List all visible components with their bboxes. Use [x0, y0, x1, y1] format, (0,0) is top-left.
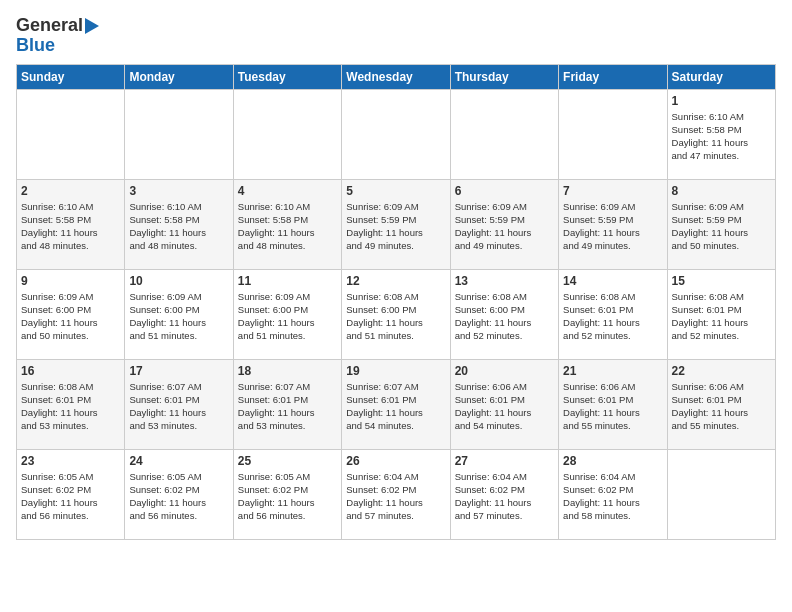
day-info: Sunrise: 6:08 AM Sunset: 6:00 PM Dayligh…: [346, 290, 445, 343]
day-info: Sunrise: 6:09 AM Sunset: 6:00 PM Dayligh…: [129, 290, 228, 343]
day-number: 15: [672, 274, 771, 288]
day-number: 28: [563, 454, 662, 468]
day-info: Sunrise: 6:09 AM Sunset: 6:00 PM Dayligh…: [238, 290, 337, 343]
calendar-week-4: 23Sunrise: 6:05 AM Sunset: 6:02 PM Dayli…: [17, 449, 776, 539]
calendar-day-10: 10Sunrise: 6:09 AM Sunset: 6:00 PM Dayli…: [125, 269, 233, 359]
calendar-day-24: 24Sunrise: 6:05 AM Sunset: 6:02 PM Dayli…: [125, 449, 233, 539]
calendar-week-1: 2Sunrise: 6:10 AM Sunset: 5:58 PM Daylig…: [17, 179, 776, 269]
day-number: 16: [21, 364, 120, 378]
calendar-day-2: 2Sunrise: 6:10 AM Sunset: 5:58 PM Daylig…: [17, 179, 125, 269]
day-info: Sunrise: 6:09 AM Sunset: 5:59 PM Dayligh…: [455, 200, 554, 253]
calendar-week-3: 16Sunrise: 6:08 AM Sunset: 6:01 PM Dayli…: [17, 359, 776, 449]
calendar-day-16: 16Sunrise: 6:08 AM Sunset: 6:01 PM Dayli…: [17, 359, 125, 449]
day-number: 11: [238, 274, 337, 288]
day-number: 25: [238, 454, 337, 468]
weekday-header-saturday: Saturday: [667, 64, 775, 89]
day-number: 27: [455, 454, 554, 468]
day-number: 6: [455, 184, 554, 198]
calendar-day-1: 1Sunrise: 6:10 AM Sunset: 5:58 PM Daylig…: [667, 89, 775, 179]
logo-general: General: [16, 16, 83, 36]
calendar-day-20: 20Sunrise: 6:06 AM Sunset: 6:01 PM Dayli…: [450, 359, 558, 449]
day-info: Sunrise: 6:07 AM Sunset: 6:01 PM Dayligh…: [129, 380, 228, 433]
calendar-day-4: 4Sunrise: 6:10 AM Sunset: 5:58 PM Daylig…: [233, 179, 341, 269]
day-info: Sunrise: 6:06 AM Sunset: 6:01 PM Dayligh…: [455, 380, 554, 433]
calendar-day-13: 13Sunrise: 6:08 AM Sunset: 6:00 PM Dayli…: [450, 269, 558, 359]
calendar-day-5: 5Sunrise: 6:09 AM Sunset: 5:59 PM Daylig…: [342, 179, 450, 269]
calendar-day-9: 9Sunrise: 6:09 AM Sunset: 6:00 PM Daylig…: [17, 269, 125, 359]
day-info: Sunrise: 6:10 AM Sunset: 5:58 PM Dayligh…: [21, 200, 120, 253]
weekday-header-friday: Friday: [559, 64, 667, 89]
day-info: Sunrise: 6:08 AM Sunset: 6:01 PM Dayligh…: [21, 380, 120, 433]
logo-blue: Blue: [16, 36, 55, 56]
day-info: Sunrise: 6:08 AM Sunset: 6:01 PM Dayligh…: [563, 290, 662, 343]
day-number: 18: [238, 364, 337, 378]
day-number: 14: [563, 274, 662, 288]
day-number: 1: [672, 94, 771, 108]
day-info: Sunrise: 6:04 AM Sunset: 6:02 PM Dayligh…: [346, 470, 445, 523]
calendar-day-12: 12Sunrise: 6:08 AM Sunset: 6:00 PM Dayli…: [342, 269, 450, 359]
day-info: Sunrise: 6:08 AM Sunset: 6:01 PM Dayligh…: [672, 290, 771, 343]
day-info: Sunrise: 6:04 AM Sunset: 6:02 PM Dayligh…: [455, 470, 554, 523]
day-info: Sunrise: 6:05 AM Sunset: 6:02 PM Dayligh…: [238, 470, 337, 523]
day-number: 22: [672, 364, 771, 378]
calendar-empty: [667, 449, 775, 539]
day-info: Sunrise: 6:06 AM Sunset: 6:01 PM Dayligh…: [672, 380, 771, 433]
day-info: Sunrise: 6:09 AM Sunset: 5:59 PM Dayligh…: [672, 200, 771, 253]
logo: General Blue: [16, 16, 99, 56]
day-info: Sunrise: 6:05 AM Sunset: 6:02 PM Dayligh…: [129, 470, 228, 523]
day-number: 26: [346, 454, 445, 468]
weekday-row: SundayMondayTuesdayWednesdayThursdayFrid…: [17, 64, 776, 89]
day-number: 17: [129, 364, 228, 378]
calendar-day-22: 22Sunrise: 6:06 AM Sunset: 6:01 PM Dayli…: [667, 359, 775, 449]
day-info: Sunrise: 6:09 AM Sunset: 6:00 PM Dayligh…: [21, 290, 120, 343]
day-number: 24: [129, 454, 228, 468]
calendar-table: SundayMondayTuesdayWednesdayThursdayFrid…: [16, 64, 776, 540]
day-number: 5: [346, 184, 445, 198]
calendar-day-26: 26Sunrise: 6:04 AM Sunset: 6:02 PM Dayli…: [342, 449, 450, 539]
calendar-week-0: 1Sunrise: 6:10 AM Sunset: 5:58 PM Daylig…: [17, 89, 776, 179]
day-info: Sunrise: 6:10 AM Sunset: 5:58 PM Dayligh…: [238, 200, 337, 253]
day-number: 7: [563, 184, 662, 198]
calendar-day-3: 3Sunrise: 6:10 AM Sunset: 5:58 PM Daylig…: [125, 179, 233, 269]
day-number: 2: [21, 184, 120, 198]
day-number: 10: [129, 274, 228, 288]
calendar-header: SundayMondayTuesdayWednesdayThursdayFrid…: [17, 64, 776, 89]
calendar-day-23: 23Sunrise: 6:05 AM Sunset: 6:02 PM Dayli…: [17, 449, 125, 539]
calendar-day-28: 28Sunrise: 6:04 AM Sunset: 6:02 PM Dayli…: [559, 449, 667, 539]
calendar-day-19: 19Sunrise: 6:07 AM Sunset: 6:01 PM Dayli…: [342, 359, 450, 449]
day-info: Sunrise: 6:09 AM Sunset: 5:59 PM Dayligh…: [346, 200, 445, 253]
calendar-day-8: 8Sunrise: 6:09 AM Sunset: 5:59 PM Daylig…: [667, 179, 775, 269]
calendar-day-11: 11Sunrise: 6:09 AM Sunset: 6:00 PM Dayli…: [233, 269, 341, 359]
calendar-empty: [450, 89, 558, 179]
day-info: Sunrise: 6:04 AM Sunset: 6:02 PM Dayligh…: [563, 470, 662, 523]
page-header: General Blue: [16, 16, 776, 56]
day-info: Sunrise: 6:07 AM Sunset: 6:01 PM Dayligh…: [346, 380, 445, 433]
day-info: Sunrise: 6:08 AM Sunset: 6:00 PM Dayligh…: [455, 290, 554, 343]
day-number: 13: [455, 274, 554, 288]
calendar-empty: [233, 89, 341, 179]
calendar-day-14: 14Sunrise: 6:08 AM Sunset: 6:01 PM Dayli…: [559, 269, 667, 359]
calendar-empty: [342, 89, 450, 179]
calendar-day-7: 7Sunrise: 6:09 AM Sunset: 5:59 PM Daylig…: [559, 179, 667, 269]
calendar-day-17: 17Sunrise: 6:07 AM Sunset: 6:01 PM Dayli…: [125, 359, 233, 449]
calendar-empty: [125, 89, 233, 179]
day-number: 3: [129, 184, 228, 198]
day-number: 4: [238, 184, 337, 198]
calendar-day-27: 27Sunrise: 6:04 AM Sunset: 6:02 PM Dayli…: [450, 449, 558, 539]
weekday-header-monday: Monday: [125, 64, 233, 89]
day-number: 12: [346, 274, 445, 288]
day-number: 21: [563, 364, 662, 378]
calendar-empty: [17, 89, 125, 179]
day-number: 23: [21, 454, 120, 468]
calendar-day-15: 15Sunrise: 6:08 AM Sunset: 6:01 PM Dayli…: [667, 269, 775, 359]
weekday-header-tuesday: Tuesday: [233, 64, 341, 89]
calendar-day-18: 18Sunrise: 6:07 AM Sunset: 6:01 PM Dayli…: [233, 359, 341, 449]
day-number: 20: [455, 364, 554, 378]
weekday-header-sunday: Sunday: [17, 64, 125, 89]
day-number: 19: [346, 364, 445, 378]
day-info: Sunrise: 6:10 AM Sunset: 5:58 PM Dayligh…: [129, 200, 228, 253]
calendar-day-25: 25Sunrise: 6:05 AM Sunset: 6:02 PM Dayli…: [233, 449, 341, 539]
weekday-header-thursday: Thursday: [450, 64, 558, 89]
calendar-week-2: 9Sunrise: 6:09 AM Sunset: 6:00 PM Daylig…: [17, 269, 776, 359]
day-info: Sunrise: 6:07 AM Sunset: 6:01 PM Dayligh…: [238, 380, 337, 433]
